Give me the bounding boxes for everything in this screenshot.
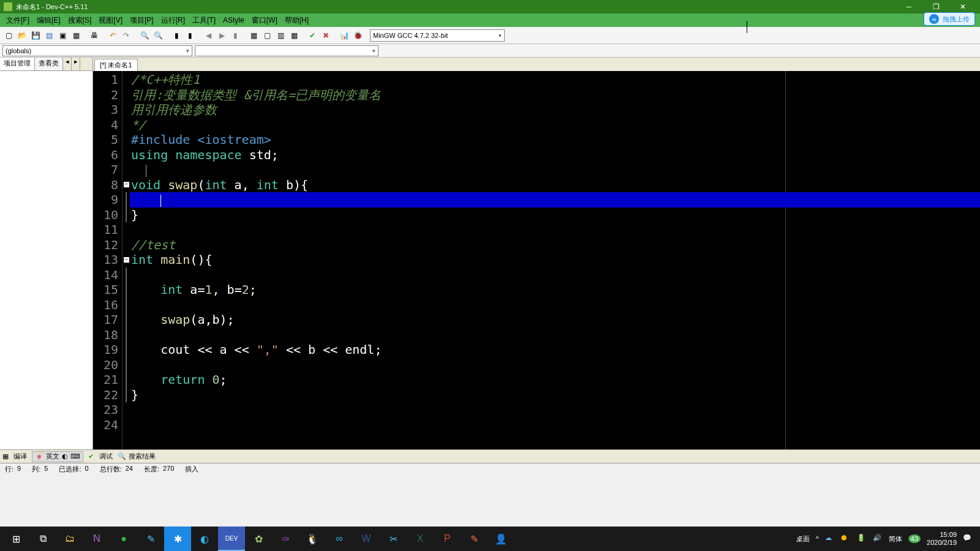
code-line[interactable] [130,268,980,283]
code-area[interactable]: 123456789101112131415161718192021222324 … [93,71,980,449]
ppt-icon[interactable]: P [434,527,461,551]
tray-cloud-icon[interactable]: ☁ [825,534,835,544]
save-all-icon[interactable]: ▤ [43,29,55,42]
profile-icon[interactable]: 📊 [338,29,350,42]
code-line[interactable] [130,162,980,178]
cloud-upload-button[interactable]: ∞ 拖拽上传 [924,12,975,26]
fold-cell[interactable]: − [123,178,130,193]
code-line[interactable]: using namespace std; [130,148,980,163]
member-select[interactable] [195,45,379,56]
tab-project[interactable]: 项目管理 [0,58,35,70]
excel-icon[interactable]: X [407,527,434,551]
user-icon[interactable]: 👤 [488,527,514,551]
cancel-icon[interactable]: ✖ [320,29,332,42]
debug-icon[interactable]: 🐞 [352,29,364,42]
start-button[interactable]: ⊞ [2,527,29,551]
menu-tools[interactable]: 工具[T] [189,15,219,26]
close-button[interactable]: ✕ [949,0,976,13]
menu-view[interactable]: 视图[V] [95,15,126,26]
qq-icon[interactable]: 🐧 [299,527,326,551]
check-icon[interactable]: ✔ [306,29,318,42]
tab-nav-left[interactable]: ◂ [63,58,72,70]
code-line[interactable]: 用引用传递参数 [130,102,980,118]
back-icon[interactable]: ▮ [170,29,183,42]
code-line[interactable]: int main(){ [130,252,980,268]
print-icon[interactable]: 🖶 [88,29,100,42]
ime-toolbar[interactable]: 🀄 英文 ◐ ⌨ [32,451,83,462]
fold-cell[interactable]: − [123,252,130,268]
rebuild-icon[interactable]: ▦ [288,29,300,42]
editor-tab-1[interactable]: [*] 未命名1 [94,59,138,71]
menu-window[interactable]: 窗口[W] [248,15,281,26]
code-line[interactable]: /*C++特性1 [130,72,980,88]
compile-icon[interactable]: ▦ [247,29,260,42]
code-line[interactable]: } [130,388,980,403]
close-all-icon[interactable]: ▦ [70,29,82,42]
replace-icon[interactable]: 🔍 [152,29,164,42]
run-icon[interactable]: ▢ [261,29,273,42]
code-line[interactable]: cout << a << "," << b << endl; [130,342,980,358]
code-line[interactable]: #include <iostream> [130,132,980,148]
code-line[interactable] [130,358,980,373]
menu-project[interactable]: 项目[P] [126,15,157,26]
note-icon[interactable]: ✎ [461,527,488,551]
tab-nav-right[interactable]: ▸ [72,58,80,70]
tab-debug[interactable]: ✔ 调试 [88,452,113,461]
forward-icon[interactable]: ▮ [184,29,196,42]
taskview-icon[interactable]: ⧉ [29,527,56,551]
devcpp-icon[interactable]: DEV [218,527,245,551]
menu-search[interactable]: 搜索[S] [64,15,96,26]
code-line[interactable] [130,298,980,313]
code-line[interactable]: swap(a,b); [130,312,980,328]
code-line[interactable]: return 0; [130,372,980,388]
wechat-icon[interactable]: ● [110,527,137,551]
menu-astyle[interactable]: AStyle [219,16,248,24]
bookmark-icon[interactable]: ▶ [216,29,228,42]
cloud-app-icon[interactable]: ∞ [326,527,353,551]
maximize-button[interactable]: ❐ [922,0,949,13]
code-content[interactable]: /*C++特性1引用:变量数据类型 &引用名=已声明的变量名用引用传递参数*/#… [130,71,980,449]
code-line[interactable]: //test [130,238,980,253]
tray-badge[interactable]: 43 [908,534,921,543]
bookmark2-icon[interactable]: ▮ [229,29,241,42]
explorer-icon[interactable]: 🗂 [56,527,83,551]
fold-toggle-icon[interactable]: − [124,182,129,187]
asterisk-icon[interactable]: ✱ [164,527,191,551]
save-icon[interactable]: 💾 [29,29,42,42]
tray-lang[interactable]: 简体 [889,534,902,544]
tray-desktop[interactable]: 桌面 [796,534,810,544]
pen-icon[interactable]: ✎ [137,527,164,551]
goto-icon[interactable]: ◀ [202,29,214,42]
tray-chevron-icon[interactable]: ^ [816,535,819,542]
code-line[interactable]: 引用:变量数据类型 &引用名=已声明的变量名 [130,88,980,103]
tab-search-results[interactable]: 🔍 搜索结果 [118,452,156,461]
open-file-icon[interactable]: 📂 [16,29,28,42]
tab-compile-results[interactable]: ▦ 编译 [2,452,27,461]
tab-classes[interactable]: 查看类 [35,58,63,70]
code-line[interactable] [130,402,980,418]
code-line[interactable] [130,328,980,343]
onenote-icon[interactable]: N [83,527,110,551]
tray-notification-icon[interactable]: 💬 [963,534,973,544]
word-icon[interactable]: W [353,527,380,551]
code-line[interactable]: int a=1, b=2; [130,282,980,298]
code-line[interactable] [130,192,980,208]
redo-icon[interactable]: ↷ [120,29,132,42]
menu-edit[interactable]: 编辑[E] [33,15,64,26]
compile-run-icon[interactable]: ▥ [274,29,287,42]
fold-toggle-icon[interactable]: − [124,257,129,263]
scope-select[interactable]: (globals) [2,45,192,56]
minimize-button[interactable]: ─ [895,0,922,13]
tray-volume-icon[interactable]: 🔊 [873,534,883,544]
code-line[interactable] [130,418,980,433]
undo-icon[interactable]: ↶ [107,29,119,42]
snip-icon[interactable]: ✂ [380,527,407,551]
code-line[interactable]: */ [130,118,980,133]
tray-shield-icon[interactable]: ⬢ [841,534,851,544]
new-file-icon[interactable]: ▢ [2,29,15,42]
compiler-select[interactable]: MinGW GCC 4.7.2 32-bit [370,29,505,42]
gear-icon[interactable]: ✿ [245,527,272,551]
drop-icon[interactable]: ◐ [191,527,218,551]
tray-battery-icon[interactable]: 🔋 [857,534,867,544]
tray-clock[interactable]: 15:09 2020/2/19 [927,531,957,547]
